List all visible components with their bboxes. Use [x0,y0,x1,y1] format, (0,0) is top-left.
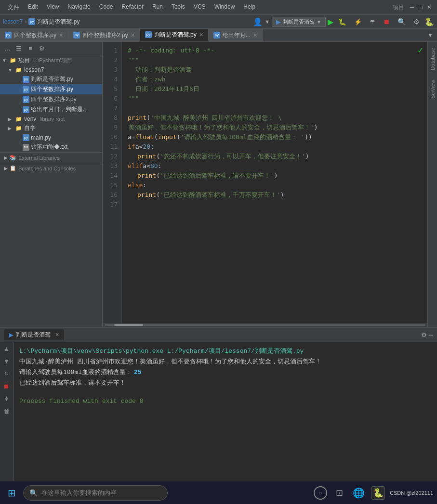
terminal-content[interactable]: L:\Pycharm\项目\venv\Scripts\python.exe L:… [13,342,437,481]
taskbar-view-icon[interactable]: ⊡ [332,485,347,501]
scrollbar-track[interactable] [105,324,425,326]
menu-code[interactable]: Code [95,2,117,13]
user-icon[interactable]: 👤 [253,17,263,26]
window-controls: ─ □ ✕ [408,3,433,11]
sidebar-btn-gear[interactable]: ⚙ [37,43,47,54]
menu-bar: 文件 Edit View Navigate Code Refactor Run … [4,2,259,13]
terminal-tab-close[interactable]: ✕ [55,332,59,338]
code-line-3: 功能：判断是否酒驾 [128,65,422,75]
terminal-settings-btn[interactable]: ⚙ [421,331,427,338]
breadcrumb-lesson7[interactable]: lesson7 [3,18,23,25]
term-exit-msg: Process finished with exit code 0 [19,398,143,405]
terminal-left-bar: ▲ ▼ ↻ ⏹ ↡ 🗑 [0,342,13,481]
code-line-6: """ [128,94,422,103]
scrollbar-thumb[interactable] [114,324,143,326]
taskbar-pycharm-icon[interactable]: 🐍 [371,485,386,501]
venv-label: venv [24,116,36,122]
code-line-13: elif a < 80: [128,161,422,171]
tab-sishu-paixu[interactable]: py 四个整数排序.py ✕ [0,29,68,41]
database-panel-label[interactable]: Database [429,44,437,74]
menu-help[interactable]: Help [239,2,259,13]
breadcrumb-file[interactable]: 判断是否酒驾.py [37,18,79,26]
menu-tools[interactable]: Tools [168,2,189,13]
terminal-tab-label: 判断是否酒驾 [16,331,51,339]
close-button[interactable]: ✕ [425,3,433,11]
taskbar-edge-icon[interactable]: 🌐 [351,485,367,501]
run-button[interactable]: ▶ [328,17,333,26]
taskbar-icons: ○ ⊡ 🌐 🐍 CSDN @zl202111 [313,485,433,501]
tab-sishu-paixu2[interactable]: py 四个整数排序2.py ✕ [68,29,140,41]
sciview-panel-label[interactable]: SciView [429,76,437,103]
sidebar-btn-collapse[interactable]: ☰ [13,43,24,54]
edge-browser-icon: 🌐 [353,487,365,499]
sidebar-btn-sort[interactable]: ≡ [25,43,36,54]
taskbar-cortana-icon[interactable]: ○ [313,485,328,501]
tab-close-1[interactable]: ✕ [59,32,63,39]
taskbar-search-bar[interactable]: 🔍 在这里输入你要搜索的内容 [23,485,168,501]
code-line-15: else: [128,181,422,190]
external-icon: 📚 [10,155,16,161]
right-sidebar: Database SciView [427,42,437,327]
tab-nianyue[interactable]: py 给出年月... ✕ [209,29,263,41]
debug-button[interactable]: 🐛 [335,17,349,26]
menu-run[interactable]: Run [148,2,167,13]
run-config-arrow: ▼ [317,19,321,25]
sidebar-item-main[interactable]: py main.py [0,133,102,142]
menu-refactor[interactable]: Refactor [118,2,147,13]
code-line-11: if a < 20: [128,142,422,152]
pycharm-taskbar-icon: 🐍 [371,486,385,500]
menu-vcs[interactable]: VCS [190,2,210,13]
code-line-14: print('已经达到酒后驾车标准，请不要开车！') [128,171,422,181]
editor-scrollbar[interactable] [103,323,427,327]
sidebar-item-venv[interactable]: ▶ 📁 venv library root [0,115,102,123]
sidebar-item-jiajia[interactable]: py 判断是否酒驾.py [0,74,102,84]
sidebar-external-libraries[interactable]: ▶ 📚 External Libraries [0,152,102,163]
sidebar-item-nianyue[interactable]: py 给出年月日，判断是... [0,104,102,115]
term-stop-btn[interactable]: ⏹ [2,382,12,391]
taskbar-user-label: CSDN @zl202111 [390,490,433,496]
tab-icon-2: py [73,32,80,39]
run-config-dropdown[interactable]: ▶ 判断是否酒驾 ▼ [272,17,326,27]
menu-window[interactable]: Window [211,2,239,13]
menu-file[interactable]: 文件 [4,2,23,13]
tab-label-2: 四个整数排序2.py [82,31,128,39]
code-editor[interactable]: 12345 678910 1112131415 1617 # -*- codin… [103,42,427,323]
code-line-12: print('您还不构成饮酒行为，可以开车，但要注意安全！') [128,152,422,161]
term-down-btn[interactable]: ▼ [2,357,12,366]
sidebar-project-root[interactable]: ▼ 📁 项目 L:\Pycharm\项目 [0,55,102,65]
code-line-16: print('已经达到醉酒驾车标准，千万不要开车！') [128,190,422,200]
tab-more-button[interactable]: ▼ [424,29,437,41]
term-up-btn[interactable]: ▲ [2,344,12,354]
search-button[interactable]: 🔍 [395,17,409,26]
sidebar-scratches[interactable]: ▶ 📋 Scratches and Consoles [0,163,102,173]
minimize-button[interactable]: ─ [408,3,416,11]
terminal-minimize-btn[interactable]: ─ [429,331,433,338]
sidebar-btn-dots[interactable]: … [2,43,13,54]
tab-close-2[interactable]: ✕ [131,32,135,39]
sidebar-item-txt[interactable]: txt 钻落功能◆.txt [0,142,102,152]
term-trash-btn[interactable]: 🗑 [2,407,12,416]
sidebar-content: ▼ 📁 项目 L:\Pycharm\项目 ▼ 📁 lesson7 py 判断是否… [0,55,102,327]
tab-close-3[interactable]: ✕ [199,32,203,38]
term-rerun-btn[interactable]: ↻ [2,369,12,379]
profile-button[interactable]: ⚡ [351,17,365,26]
sidebar: … ☰ ≡ ⚙ ▼ 📁 项目 L:\Pycharm\项目 ▼ 📁 lesson7 [0,42,103,327]
settings-gear[interactable]: ⚙ [411,17,423,26]
sidebar-item-lesson7[interactable]: ▼ 📁 lesson7 [0,65,102,74]
coverage-button[interactable]: ☂ [367,17,378,26]
sidebar-item-sishu[interactable]: py 四个整数排序.py [0,84,102,94]
maximize-button[interactable]: □ [417,3,424,11]
sidebar-item-sishu2[interactable]: py 四个整数排序2.py [0,94,102,104]
menu-view[interactable]: View [43,2,63,13]
menu-edit[interactable]: Edit [24,2,42,13]
tab-close-4[interactable]: ✕ [253,32,257,39]
code-content[interactable]: # -*- coding: utf-8 -*- """ 功能：判断是否酒驾 作者… [122,42,427,323]
menu-navigate[interactable]: Navigate [64,2,94,13]
sidebar-item-zixue[interactable]: ▶ 📁 自学 [0,123,102,133]
start-button[interactable]: ⊞ [4,485,19,501]
tab-label-1: 四个整数排序.py [14,31,56,39]
terminal-tab[interactable]: ▶ 判断是否酒驾 ✕ [4,329,64,340]
stop-button[interactable]: ⏹ [380,17,393,26]
term-scroll-btn[interactable]: ↡ [2,394,12,404]
tab-active-jiajia[interactable]: py 判断是否酒驾.py ✕ [140,29,209,41]
